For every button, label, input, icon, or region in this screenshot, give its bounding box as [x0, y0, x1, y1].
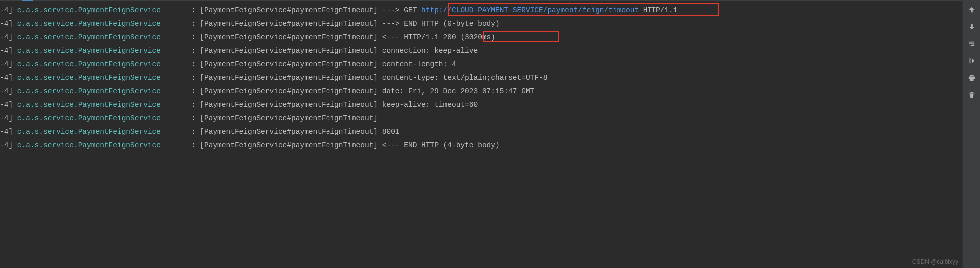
thread-id: -4]: [0, 20, 13, 28]
thread-id: -4]: [0, 60, 13, 68]
log-message-prefix: [PaymentFeignService#paymentFeignTimeout…: [196, 114, 382, 122]
thread-id: -4]: [0, 101, 13, 109]
logger-name: c.a.s.service.PaymentFeignService: [17, 6, 161, 14]
log-message-prefix: [PaymentFeignService#paymentFeignTimeout…: [196, 20, 500, 28]
thread-id: -4]: [0, 47, 13, 55]
log-message-prefix: [PaymentFeignService#paymentFeignTimeout…: [196, 101, 478, 109]
separator: :: [161, 20, 196, 28]
top-accent: [22, 0, 33, 1]
log-line: -4] c.a.s.service.PaymentFeignService : …: [0, 17, 980, 31]
separator: :: [161, 87, 196, 95]
separator: :: [161, 47, 196, 55]
log-line: -4] c.a.s.service.PaymentFeignService : …: [0, 71, 980, 85]
separator: :: [161, 128, 196, 136]
log-message-prefix: [PaymentFeignService#paymentFeignTimeout…: [196, 47, 478, 55]
log-line: -4] c.a.s.service.PaymentFeignService : …: [0, 58, 980, 71]
scroll-up-icon[interactable]: [965, 3, 979, 17]
trash-icon[interactable]: [965, 88, 979, 102]
logger-name: c.a.s.service.PaymentFeignService: [17, 20, 161, 28]
log-line: -4] c.a.s.service.PaymentFeignService : …: [0, 112, 980, 125]
log-line: -4] c.a.s.service.PaymentFeignService : …: [0, 125, 980, 139]
log-message-prefix: [PaymentFeignService#paymentFeignTimeout…: [196, 60, 456, 68]
log-console[interactable]: -4] c.a.s.service.PaymentFeignService : …: [0, 0, 980, 152]
log-line: -4] c.a.s.service.PaymentFeignService : …: [0, 139, 980, 152]
log-line: -4] c.a.s.service.PaymentFeignService : …: [0, 31, 980, 44]
thread-id: -4]: [0, 128, 13, 136]
separator: :: [161, 33, 196, 41]
separator: :: [161, 60, 196, 68]
separator: :: [161, 6, 196, 14]
log-message-prefix: [PaymentFeignService#paymentFeignTimeout…: [196, 6, 421, 14]
separator: :: [161, 141, 196, 149]
side-toolbar: [962, 0, 980, 268]
top-border: [0, 0, 962, 1]
thread-id: -4]: [0, 74, 13, 82]
print-icon[interactable]: [965, 71, 979, 85]
log-message-prefix: [PaymentFeignService#paymentFeignTimeout…: [196, 128, 400, 136]
logger-name: c.a.s.service.PaymentFeignService: [17, 114, 161, 122]
separator: :: [161, 101, 196, 109]
thread-id: -4]: [0, 141, 13, 149]
scroll-down-icon[interactable]: [965, 20, 979, 34]
log-message-prefix: [PaymentFeignService#paymentFeignTimeout…: [196, 74, 548, 82]
log-message-prefix: [PaymentFeignService#paymentFeignTimeout…: [196, 141, 500, 149]
logger-name: c.a.s.service.PaymentFeignService: [17, 101, 161, 109]
log-line: -4] c.a.s.service.PaymentFeignService : …: [0, 85, 980, 98]
log-message-suffix: HTTP/1.1: [639, 6, 677, 14]
watermark: CSDN @caibixyy: [912, 258, 958, 265]
logger-name: c.a.s.service.PaymentFeignService: [17, 60, 161, 68]
thread-id: -4]: [0, 6, 13, 14]
separator: :: [161, 114, 196, 122]
url-link[interactable]: http://CLOUD-PAYMENT-SERVICE/payment/fei…: [421, 6, 639, 14]
logger-name: c.a.s.service.PaymentFeignService: [17, 74, 161, 82]
logger-name: c.a.s.service.PaymentFeignService: [17, 141, 161, 149]
logger-name: c.a.s.service.PaymentFeignService: [17, 33, 161, 41]
log-line: -4] c.a.s.service.PaymentFeignService : …: [0, 4, 980, 17]
thread-id: -4]: [0, 33, 13, 41]
soft-wrap-icon[interactable]: [965, 37, 979, 51]
log-line: -4] c.a.s.service.PaymentFeignService : …: [0, 44, 980, 58]
thread-id: -4]: [0, 114, 13, 122]
scroll-to-end-icon[interactable]: [965, 54, 979, 68]
separator: :: [161, 74, 196, 82]
log-message-prefix: [PaymentFeignService#paymentFeignTimeout…: [196, 87, 535, 95]
log-message-prefix: [PaymentFeignService#paymentFeignTimeout…: [196, 33, 495, 41]
thread-id: -4]: [0, 87, 13, 95]
logger-name: c.a.s.service.PaymentFeignService: [17, 47, 161, 55]
log-line: -4] c.a.s.service.PaymentFeignService : …: [0, 98, 980, 112]
logger-name: c.a.s.service.PaymentFeignService: [17, 87, 161, 95]
logger-name: c.a.s.service.PaymentFeignService: [17, 128, 161, 136]
